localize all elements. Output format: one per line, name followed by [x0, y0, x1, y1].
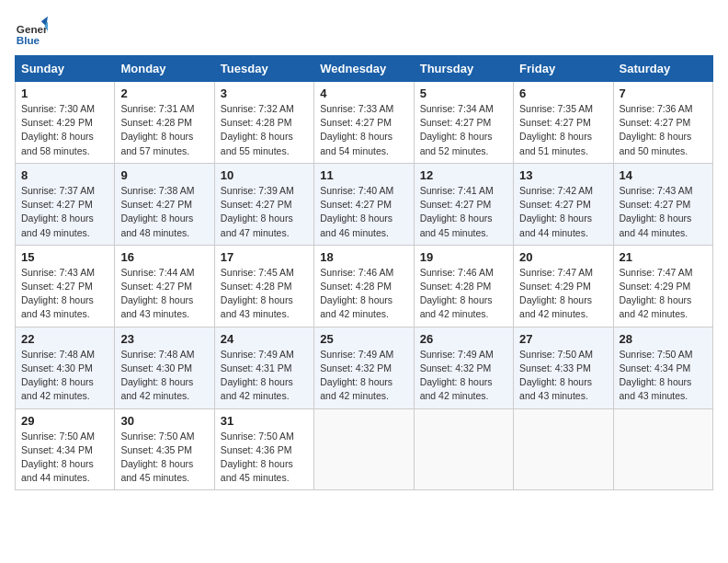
day-info: Sunrise: 7:35 AMSunset: 4:27 PMDaylight:…: [519, 102, 607, 158]
day-cell: 7 Sunrise: 7:36 AMSunset: 4:27 PMDayligh…: [613, 82, 712, 164]
day-number: 19: [420, 250, 507, 264]
day-info: Sunrise: 7:46 AMSunset: 4:28 PMDaylight:…: [420, 266, 507, 322]
day-cell: 12 Sunrise: 7:41 AMSunset: 4:27 PMDaylig…: [414, 163, 513, 245]
day-cell: 26 Sunrise: 7:49 AMSunset: 4:32 PMDaylig…: [414, 327, 513, 408]
day-cell: 29 Sunrise: 7:50 AMSunset: 4:34 PMDaylig…: [16, 408, 115, 490]
week-row-5: 29 Sunrise: 7:50 AMSunset: 4:34 PMDaylig…: [16, 408, 713, 490]
week-row-2: 8 Sunrise: 7:37 AMSunset: 4:27 PMDayligh…: [16, 163, 713, 245]
day-number: 22: [21, 332, 108, 346]
day-number: 25: [320, 332, 407, 346]
col-header-wednesday: Wednesday: [314, 56, 414, 82]
logo-icon: General Blue: [15, 15, 48, 48]
day-number: 8: [21, 168, 108, 182]
day-info: Sunrise: 7:43 AMSunset: 4:27 PMDaylight:…: [620, 184, 707, 240]
day-number: 7: [620, 86, 707, 100]
calendar-table: SundayMondayTuesdayWednesdayThursdayFrid…: [15, 55, 713, 490]
day-number: 16: [120, 250, 208, 264]
svg-text:General: General: [17, 23, 48, 35]
day-number: 28: [620, 332, 707, 346]
day-cell: 3 Sunrise: 7:32 AMSunset: 4:28 PMDayligh…: [214, 82, 313, 164]
day-cell: 11 Sunrise: 7:40 AMSunset: 4:27 PMDaylig…: [314, 163, 414, 245]
day-number: 24: [221, 332, 308, 346]
day-cell: 6 Sunrise: 7:35 AMSunset: 4:27 PMDayligh…: [514, 82, 613, 164]
day-info: Sunrise: 7:50 AMSunset: 4:36 PMDaylight:…: [221, 430, 308, 486]
day-info: Sunrise: 7:30 AMSunset: 4:29 PMDaylight:…: [21, 102, 108, 158]
day-info: Sunrise: 7:47 AMSunset: 4:29 PMDaylight:…: [620, 266, 707, 322]
day-cell: 22 Sunrise: 7:48 AMSunset: 4:30 PMDaylig…: [16, 327, 115, 408]
day-number: 1: [21, 86, 108, 100]
day-info: Sunrise: 7:50 AMSunset: 4:34 PMDaylight:…: [620, 348, 707, 404]
day-info: Sunrise: 7:50 AMSunset: 4:33 PMDaylight:…: [519, 348, 607, 404]
day-cell: 1 Sunrise: 7:30 AMSunset: 4:29 PMDayligh…: [16, 82, 115, 164]
day-number: 11: [320, 168, 407, 182]
day-info: Sunrise: 7:38 AMSunset: 4:27 PMDaylight:…: [120, 184, 208, 240]
day-number: 31: [221, 414, 308, 428]
day-number: 10: [221, 168, 308, 182]
day-number: 6: [519, 86, 607, 100]
day-info: Sunrise: 7:36 AMSunset: 4:27 PMDaylight:…: [620, 102, 707, 158]
day-info: Sunrise: 7:48 AMSunset: 4:30 PMDaylight:…: [21, 348, 108, 404]
col-header-friday: Friday: [514, 56, 613, 82]
day-cell: 14 Sunrise: 7:43 AMSunset: 4:27 PMDaylig…: [613, 163, 712, 245]
day-info: Sunrise: 7:49 AMSunset: 4:32 PMDaylight:…: [420, 348, 507, 404]
svg-text:Blue: Blue: [17, 34, 40, 46]
day-cell: 31 Sunrise: 7:50 AMSunset: 4:36 PMDaylig…: [214, 408, 313, 490]
col-header-thursday: Thursday: [414, 56, 513, 82]
day-info: Sunrise: 7:31 AMSunset: 4:28 PMDaylight:…: [120, 102, 208, 158]
day-cell: [514, 408, 613, 490]
day-info: Sunrise: 7:41 AMSunset: 4:27 PMDaylight:…: [420, 184, 507, 240]
day-info: Sunrise: 7:44 AMSunset: 4:27 PMDaylight:…: [120, 266, 208, 322]
day-cell: 30 Sunrise: 7:50 AMSunset: 4:35 PMDaylig…: [115, 408, 214, 490]
day-number: 18: [320, 250, 407, 264]
day-cell: 23 Sunrise: 7:48 AMSunset: 4:30 PMDaylig…: [115, 327, 214, 408]
day-cell: 20 Sunrise: 7:47 AMSunset: 4:29 PMDaylig…: [514, 245, 613, 327]
day-cell: 17 Sunrise: 7:45 AMSunset: 4:28 PMDaylig…: [214, 245, 313, 327]
col-header-tuesday: Tuesday: [214, 56, 313, 82]
day-number: 23: [120, 332, 208, 346]
day-info: Sunrise: 7:33 AMSunset: 4:27 PMDaylight:…: [320, 102, 407, 158]
day-info: Sunrise: 7:40 AMSunset: 4:27 PMDaylight:…: [320, 184, 407, 240]
day-info: Sunrise: 7:49 AMSunset: 4:31 PMDaylight:…: [221, 348, 308, 404]
day-info: Sunrise: 7:49 AMSunset: 4:32 PMDaylight:…: [320, 348, 407, 404]
day-number: 17: [221, 250, 308, 264]
page-header: General Blue: [15, 15, 713, 48]
day-cell: 24 Sunrise: 7:49 AMSunset: 4:31 PMDaylig…: [214, 327, 313, 408]
day-cell: 4 Sunrise: 7:33 AMSunset: 4:27 PMDayligh…: [314, 82, 414, 164]
week-row-3: 15 Sunrise: 7:43 AMSunset: 4:27 PMDaylig…: [16, 245, 713, 327]
day-info: Sunrise: 7:50 AMSunset: 4:35 PMDaylight:…: [120, 430, 208, 486]
day-number: 3: [221, 86, 308, 100]
day-cell: [414, 408, 513, 490]
day-cell: 21 Sunrise: 7:47 AMSunset: 4:29 PMDaylig…: [613, 245, 712, 327]
day-cell: 8 Sunrise: 7:37 AMSunset: 4:27 PMDayligh…: [16, 163, 115, 245]
col-header-monday: Monday: [115, 56, 214, 82]
day-info: Sunrise: 7:45 AMSunset: 4:28 PMDaylight:…: [221, 266, 308, 322]
day-info: Sunrise: 7:48 AMSunset: 4:30 PMDaylight:…: [120, 348, 208, 404]
day-number: 29: [21, 414, 108, 428]
day-cell: 5 Sunrise: 7:34 AMSunset: 4:27 PMDayligh…: [414, 82, 513, 164]
day-number: 5: [420, 86, 507, 100]
day-number: 14: [620, 168, 707, 182]
day-number: 9: [120, 168, 208, 182]
day-info: Sunrise: 7:32 AMSunset: 4:28 PMDaylight:…: [221, 102, 308, 158]
day-number: 13: [519, 168, 607, 182]
week-row-1: 1 Sunrise: 7:30 AMSunset: 4:29 PMDayligh…: [16, 82, 713, 164]
day-info: Sunrise: 7:47 AMSunset: 4:29 PMDaylight:…: [519, 266, 607, 322]
day-info: Sunrise: 7:42 AMSunset: 4:27 PMDaylight:…: [519, 184, 607, 240]
day-cell: 28 Sunrise: 7:50 AMSunset: 4:34 PMDaylig…: [613, 327, 712, 408]
col-header-sunday: Sunday: [16, 56, 115, 82]
day-number: 21: [620, 250, 707, 264]
day-info: Sunrise: 7:34 AMSunset: 4:27 PMDaylight:…: [420, 102, 507, 158]
day-number: 20: [519, 250, 607, 264]
day-cell: [314, 408, 414, 490]
day-number: 30: [120, 414, 208, 428]
day-cell: 18 Sunrise: 7:46 AMSunset: 4:28 PMDaylig…: [314, 245, 414, 327]
day-info: Sunrise: 7:39 AMSunset: 4:27 PMDaylight:…: [221, 184, 308, 240]
day-cell: 10 Sunrise: 7:39 AMSunset: 4:27 PMDaylig…: [214, 163, 313, 245]
day-cell: 16 Sunrise: 7:44 AMSunset: 4:27 PMDaylig…: [115, 245, 214, 327]
day-info: Sunrise: 7:37 AMSunset: 4:27 PMDaylight:…: [21, 184, 108, 240]
week-row-4: 22 Sunrise: 7:48 AMSunset: 4:30 PMDaylig…: [16, 327, 713, 408]
day-cell: 9 Sunrise: 7:38 AMSunset: 4:27 PMDayligh…: [115, 163, 214, 245]
day-info: Sunrise: 7:50 AMSunset: 4:34 PMDaylight:…: [21, 430, 108, 486]
day-info: Sunrise: 7:46 AMSunset: 4:28 PMDaylight:…: [320, 266, 407, 322]
day-cell: 13 Sunrise: 7:42 AMSunset: 4:27 PMDaylig…: [514, 163, 613, 245]
